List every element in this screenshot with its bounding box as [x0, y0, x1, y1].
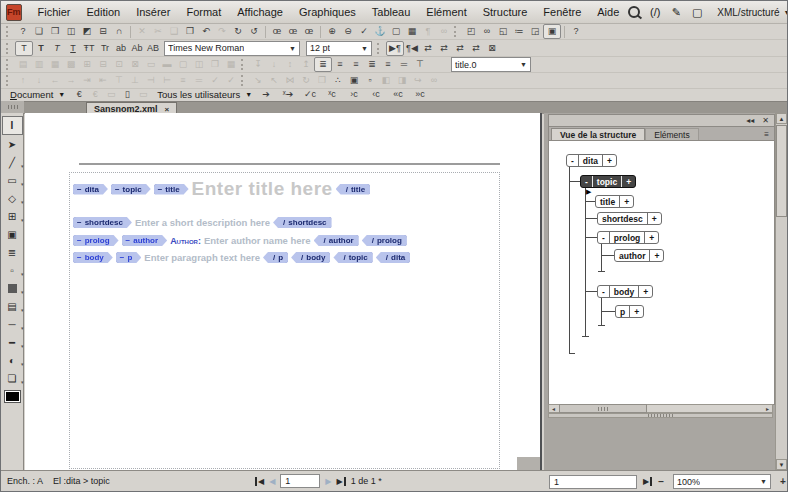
align-top-icon[interactable]: ≡	[380, 58, 396, 71]
vertical-scrollbar[interactable]: ▲ ▼	[775, 113, 787, 470]
new-window-icon[interactable]: ▯	[119, 88, 135, 101]
default-style-icon[interactable]: T	[15, 41, 33, 56]
hide-conditions-icon[interactable]: »c	[412, 88, 428, 101]
align-bottom-icon[interactable]: ⊤	[412, 58, 428, 71]
menu-item-structure[interactable]: Structure	[475, 3, 536, 21]
strikethrough-icon[interactable]: ŦT	[81, 42, 97, 55]
selection-frame-tool[interactable]: ▫▾	[3, 262, 22, 279]
justify-icon[interactable]: ≣	[364, 58, 380, 71]
character-designer-icon[interactable]: œ	[269, 25, 285, 38]
document-canvas[interactable]: −dita−topic−titleEnter title here/title−…	[25, 113, 542, 470]
structure-view-icon[interactable]: ▣	[543, 24, 561, 39]
view-selector-dropdown[interactable]: Document▼	[10, 89, 65, 100]
element-tag-close-prolog[interactable]: /prolog	[362, 235, 407, 246]
element-tag-open-title[interactable]: −title	[154, 184, 189, 195]
tree-node-prolog[interactable]: -prolog+	[597, 231, 659, 244]
align-left-icon[interactable]: ≣	[314, 57, 332, 72]
menu-item-format[interactable]: Format	[178, 3, 229, 21]
text-frame-icon[interactable]: ▫	[362, 74, 378, 87]
menu-item-tableau[interactable]: Tableau	[364, 3, 419, 21]
print-icon[interactable]: ⊟	[95, 25, 111, 38]
workspace-selector[interactable]: XML/structuré▼	[717, 7, 788, 18]
spacing-1-icon[interactable]: ⇄	[420, 42, 436, 55]
menu-item-graphiques[interactable]: Graphiques	[291, 3, 364, 21]
italic-icon[interactable]: T	[49, 42, 65, 55]
element-tag-open-dita[interactable]: −dita	[73, 184, 108, 195]
element-tag-close-body[interactable]: /body	[291, 252, 330, 263]
document-preview-icon[interactable]: ◰	[463, 25, 479, 38]
zoom-in-button[interactable]: +	[780, 476, 786, 487]
underline-icon[interactable]: T	[65, 42, 81, 55]
hscroll-thumb[interactable]	[559, 404, 647, 413]
snapshot-icon[interactable]: ◱	[495, 25, 511, 38]
toolbar-grip[interactable]	[6, 43, 11, 54]
zoom-in-icon[interactable]: ⊕	[324, 25, 340, 38]
show-conditions-icon[interactable]: «c	[390, 88, 406, 101]
placeholder-text[interactable]: Enter author name here	[204, 235, 311, 246]
code-view-icon[interactable]: (/)	[648, 5, 662, 19]
scroll-down-icon[interactable]: ▼	[776, 459, 787, 470]
pen-pattern-swatch[interactable]: ▤▾	[3, 298, 22, 315]
element-tag-open-shortdesc[interactable]: −shortdesc	[73, 217, 132, 228]
zoom-out-icon[interactable]: ⊖	[340, 25, 356, 38]
users-selector-dropdown[interactable]: Tous les utilisateurs▼	[157, 89, 252, 100]
align-right-icon[interactable]: ≡	[348, 58, 364, 71]
expand-attributes-icon[interactable]: +	[619, 196, 633, 207]
object-direction-icon[interactable]: ⊠	[484, 42, 500, 55]
panel-hscrollbar[interactable]: ◂ ▸	[548, 404, 773, 413]
toolbar-grip[interactable]	[241, 59, 246, 70]
toolbar-grip[interactable]	[6, 75, 11, 86]
menu-item-inserer[interactable]: Insérer	[128, 3, 178, 21]
last-page-button[interactable]: ▶	[336, 477, 345, 486]
contrast-tool[interactable]: ◐▾	[3, 352, 22, 369]
collapse-toggle-icon[interactable]: -	[581, 176, 592, 187]
text-line-tool[interactable]: ≣	[3, 244, 22, 261]
placeholder-text[interactable]: Enter paragraph text here	[144, 252, 260, 263]
collapse-toggle-icon[interactable]: -	[567, 155, 578, 166]
toolbar-grip[interactable]	[6, 59, 11, 70]
next-conditional-icon[interactable]: ›c	[346, 88, 362, 101]
toolbar-grip[interactable]	[6, 26, 11, 37]
tree-node-p[interactable]: p+	[615, 305, 644, 318]
scroll-left-icon[interactable]: ◂	[549, 405, 558, 412]
expand-attributes-icon[interactable]: +	[649, 250, 663, 261]
manage-links-icon[interactable]: ∞	[479, 25, 495, 38]
element-tag-open-body[interactable]: −body	[73, 252, 113, 263]
lowercase-icon[interactable]: ab	[113, 42, 129, 55]
first-page-button[interactable]: ◀	[255, 477, 264, 486]
table-designer-icon[interactable]: œ	[301, 25, 317, 38]
history-icon[interactable]: ↺	[246, 25, 262, 38]
expand-attributes-icon[interactable]: +	[644, 232, 658, 243]
paragraph-designer-icon[interactable]: œ	[285, 25, 301, 38]
graphic-frame-tool[interactable]: ▣	[3, 226, 22, 243]
element-tag-close-p[interactable]: /p	[263, 252, 288, 263]
collapse-toggle-icon[interactable]: -	[598, 232, 609, 243]
paragraph-style-dropdown[interactable]: title.0▼	[451, 57, 531, 72]
menu-item-affichage[interactable]: Affichage	[229, 3, 291, 21]
smart-select-tool[interactable]: I	[2, 116, 23, 135]
toolbar-grip[interactable]	[241, 75, 246, 86]
help-icon[interactable]: ?	[15, 25, 31, 38]
select-object-tool[interactable]: ➤	[3, 136, 22, 153]
reject-next-change-icon[interactable]: ˣ➔	[280, 88, 296, 101]
menu-item-edition[interactable]: Edition	[79, 3, 129, 21]
zoom-level-dropdown[interactable]: 100% ▼	[673, 474, 771, 489]
page-jump-icon[interactable]: ▶	[643, 477, 652, 486]
text-frame[interactable]: −dita−topic−titleEnter title here/title−…	[69, 172, 500, 469]
page-number-field[interactable]: 1	[280, 474, 320, 488]
outline-view-icon[interactable]: ≔	[511, 25, 527, 38]
repeat-icon[interactable]: ↻	[230, 25, 246, 38]
text-frame-tool[interactable]: ⊞▾	[3, 208, 22, 225]
toolbar-grip[interactable]	[454, 26, 459, 37]
tree-node-shortdesc[interactable]: shortdesc+	[597, 212, 662, 225]
line-width-tool[interactable]: ─▾	[3, 316, 22, 333]
new-document-icon[interactable]: ❏	[31, 25, 47, 38]
expand-attributes-icon[interactable]: +	[602, 155, 616, 166]
menu-item-fichier[interactable]: Fichier	[30, 3, 79, 21]
title-placeholder-text[interactable]: Enter title here	[192, 178, 333, 200]
element-tag-close-title[interactable]: /title	[336, 184, 370, 195]
element-tag-open-p[interactable]: −p	[116, 252, 142, 263]
element-tag-close-shortdesc[interactable]: /shortdesc	[273, 217, 331, 228]
search-icon[interactable]	[627, 5, 641, 19]
help-2-icon[interactable]: ?	[568, 25, 584, 38]
